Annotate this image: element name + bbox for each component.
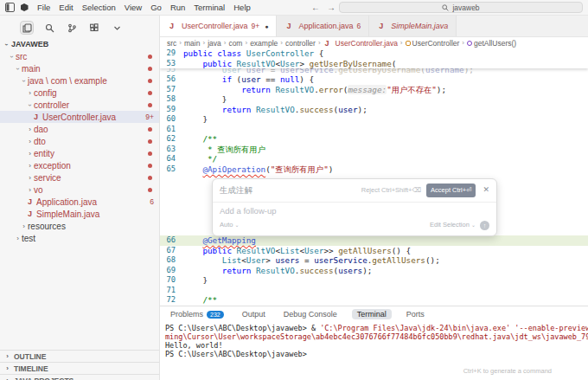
git-modified-count: 6 [150,197,154,206]
chevron-down-icon[interactable] [111,22,123,34]
code-line-53[interactable]: 53 public ResultVO<User> getUserByUserna… [160,59,588,69]
command-center-search[interactable]: javaweb [339,2,583,13]
code-line-69[interactable]: 69 return ResultVO.success(users); [160,266,588,276]
tree-item-simplemain-java[interactable]: JSimpleMain.java [0,208,159,220]
model-selector[interactable]: Auto ⌄ [220,220,430,231]
tree-item-application-java[interactable]: JApplication.java6 [0,196,159,208]
breadcrumb-example[interactable]: example [250,39,278,48]
menu-run[interactable]: Run [166,3,189,12]
timeline-section[interactable]: › TIMELINE [0,362,159,374]
reject-button[interactable]: Reject Ctrl+Shift+⌫ [361,185,421,196]
app-logo-icon [19,3,29,13]
tree-item-java-com-example[interactable]: ›java \ com \ example [0,74,159,87]
panel-tab-ports[interactable]: Ports [403,309,428,319]
follow-up-input[interactable]: Add a follow-up [213,203,496,219]
code-line-61[interactable]: 61 [160,125,588,135]
code-text: * 查询所有用户 [183,145,265,155]
git-modified-dot [148,79,152,83]
breadcrumb-java[interactable]: java [208,39,221,48]
git-modified-dot [148,151,152,156]
tree-item-dto[interactable]: ›dto [0,135,159,147]
tree-item-exception[interactable]: ›exception [0,159,159,171]
close-icon[interactable]: ✕ [483,185,489,196]
tree-item-resources[interactable]: ›resources [0,220,159,232]
explorer-icon[interactable] [21,22,33,34]
code-line-59[interactable]: 59 return ResultVO.success(user); [160,105,588,115]
code-line-70[interactable]: 70 } [160,275,588,286]
tab-label: UserController.java [182,22,248,30]
code-line-29[interactable]: 29public class UserController { [160,48,588,59]
code-line-67[interactable]: 67 public ResultVO<List<User>> getAllUse… [160,246,588,256]
code-line-64[interactable]: 64 */ [160,154,588,164]
code-line-68[interactable]: 68 List<User> users = userService.getAll… [160,255,588,266]
breadcrumb-src[interactable]: src [167,39,176,48]
menu-edit[interactable]: Edit [54,3,77,12]
tree-item-entity[interactable]: ›entity [0,147,159,159]
back-arrow-icon[interactable]: ← [308,3,323,12]
code-line-72[interactable]: 72 /** [160,295,588,306]
code-line-63[interactable]: 63 * 查询所有用户 [160,145,588,155]
code-line-57[interactable]: 57 return ResultVO.error(message:"用户不存在"… [160,85,588,95]
menu-terminal[interactable]: Terminal [189,3,229,12]
code-line-58[interactable]: 58 } [160,94,588,105]
code-line-55[interactable]: 55 User user = userService.getUserByUser… [160,68,588,74]
tab-application-java[interactable]: JApplication.java6 [277,16,369,36]
search-icon [442,4,449,11]
tree-item-src[interactable]: ›src [0,50,159,62]
forward-arrow-icon[interactable]: → [323,3,339,12]
java-projects-section[interactable]: › JAVA PROJECTS [0,374,159,380]
search-view-icon[interactable] [43,22,55,34]
menu-help[interactable]: Help [229,3,255,12]
code-line-62[interactable]: 62 /** [160,134,588,145]
menu-go[interactable]: Go [146,3,166,12]
breadcrumb-usercontroller[interactable]: UserController [406,39,460,48]
code-editor[interactable]: 29public class UserController {53 public… [160,48,588,306]
panel-tab-problems[interactable]: Problems232 [167,309,227,319]
chevron-right-icon: › [26,174,34,182]
extensions-icon[interactable] [88,22,100,34]
tree-item-vo[interactable]: ›vo [0,184,159,196]
code-line-71[interactable]: 71 [160,286,588,296]
panel-tab-output[interactable]: Output [239,309,269,319]
terminal-hint: Ctrl+K to generate a command [463,367,552,375]
code-line-56[interactable]: 56 if (user == null) { [160,74,588,85]
breadcrumb-getallusers[interactable]: getAllUsers() [467,39,516,48]
tree-item-label: UserController.java [42,113,116,122]
breadcrumb-main[interactable]: main [184,39,200,48]
breadcrumb-com[interactable]: com [228,39,242,48]
outline-section[interactable]: › OUTLINE [0,350,159,362]
breadcrumb-separator-icon: › [245,39,247,47]
tab-usercontroller-java[interactable]: JUserController.java9+● [160,16,277,36]
line-number: 53 [160,59,183,69]
explorer-section-header[interactable]: › JAVAWEB [0,38,159,50]
tree-item-controller[interactable]: ›controller [0,99,159,111]
panel-tab-debug-console[interactable]: Debug Console [280,309,341,319]
tree-item-service[interactable]: ›service [0,171,159,184]
code-line-65[interactable]: 65 @ApiOperation("查询所有用户") [160,164,588,175]
code-text: @GetMapping [183,235,256,246]
tree-item-test[interactable]: ›test [0,232,159,244]
java-projects-label: JAVA PROJECTS [14,377,74,380]
tab-simplemain-java[interactable]: JSimpleMain.java [369,16,457,36]
menu-selection[interactable]: Selection [78,3,120,12]
code-line-66[interactable]: 66 @GetMapping [160,235,588,246]
send-button[interactable]: ↑ [480,221,489,230]
tree-item-config[interactable]: ›config [0,87,159,99]
layout-toggle-icon[interactable] [4,3,15,13]
code-text: /** [183,134,217,145]
accept-button[interactable]: Accept Ctrl+⏎ [426,184,476,197]
code-line-60[interactable]: 60 } [160,114,588,125]
chevron-down-icon: › [20,77,28,85]
scope-selector[interactable]: Edit Selection ⌄ [430,220,476,231]
source-control-icon[interactable] [66,22,78,34]
title-bar: FileEditSelectionViewGoRunTerminalHelp ←… [0,0,588,16]
breadcrumb-controller[interactable]: controller [285,39,316,48]
tree-item-main[interactable]: ›main [0,62,159,74]
tree-item-dao[interactable]: ›dao [0,123,159,135]
tree-item-usercontroller-java[interactable]: JUserController.java9+ [0,111,159,123]
breadcrumb-usercontroller-java[interactable]: JUserController.java [323,39,398,48]
git-modified-dot [148,91,152,95]
menu-file[interactable]: File [33,3,54,12]
menu-view[interactable]: View [120,3,146,12]
panel-tab-terminal[interactable]: Terminal [352,309,392,319]
